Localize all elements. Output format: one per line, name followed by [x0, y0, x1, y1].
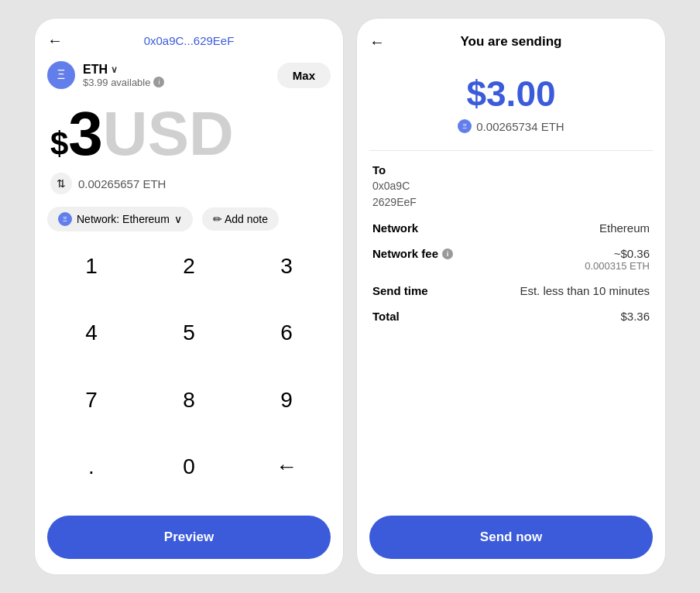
key-0[interactable]: 0: [140, 440, 238, 494]
total-row: Total $3.36: [372, 310, 650, 323]
network-row-value: Ethereum: [599, 221, 650, 235]
eth-equiv-row: ⇅ 0.00265657 ETH: [35, 168, 343, 199]
total-value: $3.36: [620, 310, 650, 323]
network-row-label: Network: [372, 221, 418, 235]
send-screen: ← 0x0a9C...629EeF Ξ ETH ∨ $3.99 availabl…: [34, 18, 344, 575]
send-now-button[interactable]: Send now: [369, 516, 653, 559]
back-button[interactable]: ←: [47, 32, 63, 50]
send-time-value: Est. less than 10 minutes: [520, 284, 650, 297]
fee-info-icon[interactable]: i: [442, 249, 453, 259]
recipient-address: 0x0a9C...629EeF: [144, 34, 235, 47]
confirm-title: You are sending: [461, 34, 562, 50]
network-label: Network: Ethereum: [77, 213, 170, 225]
to-label: To: [372, 163, 650, 177]
add-note-label: ✏ Add note: [213, 213, 268, 225]
fee-usd: ~$0.36: [585, 247, 650, 260]
info-icon[interactable]: i: [153, 77, 164, 87]
sending-amount: $3.00 Ξ 0.00265734 ETH: [357, 57, 665, 141]
token-name-row: ETH ∨: [83, 63, 164, 77]
sending-eth-text: 0.00265734 ETH: [476, 120, 564, 133]
total-label: Total: [372, 310, 400, 323]
network-selector[interactable]: Ξ Network: Ethereum ∨: [47, 207, 193, 231]
right-header: ← You are sending: [357, 19, 665, 57]
token-row: Ξ ETH ∨ $3.99 available i Max: [35, 55, 343, 95]
eth-equiv-text: 0.00265657 ETH: [78, 177, 166, 190]
key-backspace[interactable]: ←: [238, 440, 335, 494]
key-4[interactable]: 4: [43, 306, 140, 360]
token-details: ETH ∨ $3.99 available i: [83, 63, 164, 88]
amount-number: 3: [68, 103, 103, 165]
key-2[interactable]: 2: [140, 239, 238, 293]
network-fee-row: Network fee i ~$0.36 0.000315 ETH: [372, 247, 650, 272]
dollar-sign: $: [50, 125, 68, 163]
keypad: 1 2 3 4 5 6 7 8 9 . 0 ←: [35, 239, 343, 506]
max-button[interactable]: Max: [277, 63, 331, 88]
fee-eth: 0.000315 ETH: [585, 260, 650, 272]
network-chevron-icon: ∨: [174, 213, 182, 225]
to-address: 0x0a9C 2629EeF: [372, 178, 650, 211]
token-selector[interactable]: Ξ ETH ∨ $3.99 available i: [47, 61, 164, 89]
key-8[interactable]: 8: [140, 373, 238, 427]
back-button-right[interactable]: ←: [369, 33, 385, 51]
sending-usd: $3.00: [369, 73, 653, 115]
sending-eth-row: Ξ 0.00265734 ETH: [369, 119, 653, 133]
left-header: ← 0x0a9C...629EeF: [35, 19, 343, 55]
confirm-screen: ← You are sending $3.00 Ξ 0.00265734 ETH…: [356, 18, 666, 575]
network-fee-label: Network fee i: [372, 247, 453, 260]
add-note-button[interactable]: ✏ Add note: [202, 207, 279, 231]
key-3[interactable]: 3: [238, 239, 335, 293]
to-section: To 0x0a9C 2629EeF: [372, 163, 650, 211]
send-time-row: Send time Est. less than 10 minutes: [372, 284, 650, 297]
key-7[interactable]: 7: [43, 373, 140, 427]
key-dot[interactable]: .: [43, 440, 140, 494]
available-balance: $3.99 available i: [83, 77, 164, 88]
send-time-label: Send time: [372, 284, 428, 297]
network-row: Network Ethereum: [372, 221, 650, 235]
preview-button[interactable]: Preview: [47, 516, 331, 559]
usd-label: USD: [103, 103, 234, 165]
sending-eth-icon: Ξ: [458, 119, 472, 133]
token-name: ETH: [83, 63, 108, 77]
chevron-down-icon: ∨: [111, 64, 118, 75]
fee-values: ~$0.36 0.000315 ETH: [585, 247, 650, 272]
key-1[interactable]: 1: [43, 239, 140, 293]
eth-icon: Ξ: [47, 61, 75, 89]
key-6[interactable]: 6: [238, 306, 335, 360]
divider: [369, 150, 653, 151]
bottom-options: Ξ Network: Ethereum ∨ ✏ Add note: [35, 199, 343, 239]
detail-section: To 0x0a9C 2629EeF Network Ethereum Netwo…: [357, 160, 665, 338]
key-9[interactable]: 9: [238, 373, 335, 427]
network-eth-icon: Ξ: [58, 212, 72, 226]
key-5[interactable]: 5: [140, 306, 238, 360]
amount-display: $ 3 USD: [35, 95, 343, 168]
swap-icon[interactable]: ⇅: [50, 173, 72, 194]
